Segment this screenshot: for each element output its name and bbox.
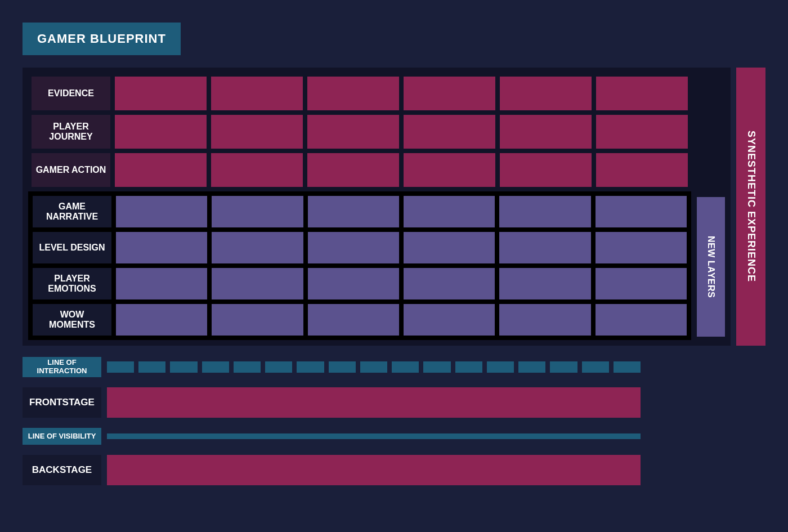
grid-cell	[212, 268, 303, 299]
grid-row-bottom: WOW MOMENTS	[33, 304, 687, 336]
line-of-interaction-track	[107, 361, 641, 373]
grid-cell	[212, 232, 303, 263]
row-label: PLAYER EMOTIONS	[33, 268, 111, 299]
interaction-dash	[265, 361, 292, 373]
interaction-dash	[423, 361, 450, 373]
row-label: WOW MOMENTS	[33, 304, 111, 336]
interaction-dash	[392, 361, 419, 373]
grid-cell	[211, 153, 303, 187]
backstage-row: BACKSTAGE	[23, 455, 641, 485]
top-section: EVIDENCEPLAYER JOURNEYGAMER ACTION	[28, 73, 691, 190]
grid-cell	[116, 232, 207, 263]
bottom-section: GAME NARRATIVELEVEL DESIGNPLAYER EMOTION…	[28, 191, 691, 340]
grid-cell	[596, 196, 687, 227]
grid-cell	[212, 304, 303, 336]
grid-cell	[307, 77, 399, 110]
grid-cell	[596, 232, 687, 263]
grid-cell	[500, 115, 592, 149]
grid-cell	[115, 115, 207, 149]
grid-cell	[404, 115, 495, 149]
line-of-interaction-label: LINE OF INTERACTION	[23, 357, 101, 377]
grid-cell	[115, 77, 207, 110]
row-label: LEVEL DESIGN	[33, 232, 111, 263]
grid-cell	[308, 268, 399, 299]
row-label: GAME NARRATIVE	[33, 196, 111, 227]
interaction-dash	[107, 361, 134, 373]
grid-row-bottom: GAME NARRATIVE	[33, 196, 687, 227]
interaction-dash	[297, 361, 324, 373]
interaction-dash	[138, 361, 165, 373]
grid-cell	[499, 196, 590, 227]
grid-cell	[211, 77, 303, 110]
grid-cell	[499, 232, 590, 263]
grid-cell	[596, 115, 688, 149]
row-label: EVIDENCE	[32, 77, 110, 110]
interaction-dash	[518, 361, 545, 373]
line-of-visibility-track	[107, 433, 641, 439]
grid-row-top: GAMER ACTION	[32, 153, 688, 187]
interaction-dash	[614, 361, 641, 373]
row-label: GAMER ACTION	[32, 153, 110, 187]
grid-row-bottom: PLAYER EMOTIONS	[33, 268, 687, 299]
interaction-dash	[329, 361, 356, 373]
grid-cell	[404, 268, 495, 299]
interaction-dash	[360, 361, 387, 373]
new-layers-label: NEW LAYERS	[697, 197, 725, 337]
grid-cell	[404, 304, 495, 336]
grid-cell	[115, 153, 207, 187]
grid-cell	[499, 268, 590, 299]
frontstage-bar	[107, 387, 641, 418]
grid-cell	[404, 77, 495, 110]
interaction-dash	[170, 361, 197, 373]
synesthetic-label: SYNESTHETIC EXPERIENCE	[736, 68, 765, 346]
grid-cell	[116, 268, 207, 299]
grid-cell	[404, 153, 495, 187]
blueprint-grid: EVIDENCEPLAYER JOURNEYGAMER ACTION GAME …	[28, 73, 691, 340]
grid-cell	[116, 304, 207, 336]
grid-cell	[596, 77, 688, 110]
row-label: PLAYER JOURNEY	[32, 115, 110, 149]
grid-cell	[307, 115, 399, 149]
grid-row-bottom: LEVEL DESIGN	[33, 232, 687, 263]
interaction-dash	[487, 361, 514, 373]
grid-row-top: EVIDENCE	[32, 77, 688, 110]
line-of-interaction-row: LINE OF INTERACTION	[23, 357, 641, 377]
diagram-canvas: GAMER BLUEPRINT EVIDENCEPLAYER JOURNEYGA…	[0, 0, 788, 532]
interaction-dash	[582, 361, 609, 373]
grid-cell	[308, 232, 399, 263]
interaction-dash	[234, 361, 261, 373]
frontstage-label: FRONTSTAGE	[23, 387, 101, 418]
grid-cell	[404, 196, 495, 227]
grid-cell	[596, 153, 688, 187]
grid-cell	[404, 232, 495, 263]
grid-cell	[499, 304, 590, 336]
stage-area: LINE OF INTERACTION FRONTSTAGE LINE OF V…	[23, 357, 641, 485]
interaction-dash	[202, 361, 229, 373]
interaction-dash	[455, 361, 482, 373]
upper-wrap: EVIDENCEPLAYER JOURNEYGAMER ACTION GAME …	[23, 68, 765, 346]
grid-cell	[308, 304, 399, 336]
grid-cell	[211, 115, 303, 149]
grid-cell	[307, 153, 399, 187]
grid-row-top: PLAYER JOURNEY	[32, 115, 688, 149]
grid-cell	[596, 268, 687, 299]
new-layers-column: NEW LAYERS	[697, 73, 725, 340]
grid-cell	[212, 196, 303, 227]
backstage-label: BACKSTAGE	[23, 455, 101, 485]
diagram-title: GAMER BLUEPRINT	[23, 23, 181, 55]
interaction-dash	[550, 361, 577, 373]
grid-cell	[500, 153, 592, 187]
grid-cell	[596, 304, 687, 336]
backstage-bar	[107, 455, 641, 485]
grid-cell	[500, 77, 592, 110]
blueprint-panel: EVIDENCEPLAYER JOURNEYGAMER ACTION GAME …	[23, 68, 731, 346]
line-of-visibility-label: LINE OF VISIBILITY	[23, 428, 101, 445]
frontstage-row: FRONTSTAGE	[23, 387, 641, 418]
line-of-visibility-row: LINE OF VISIBILITY	[23, 428, 641, 445]
grid-cell	[116, 196, 207, 227]
grid-cell	[308, 196, 399, 227]
